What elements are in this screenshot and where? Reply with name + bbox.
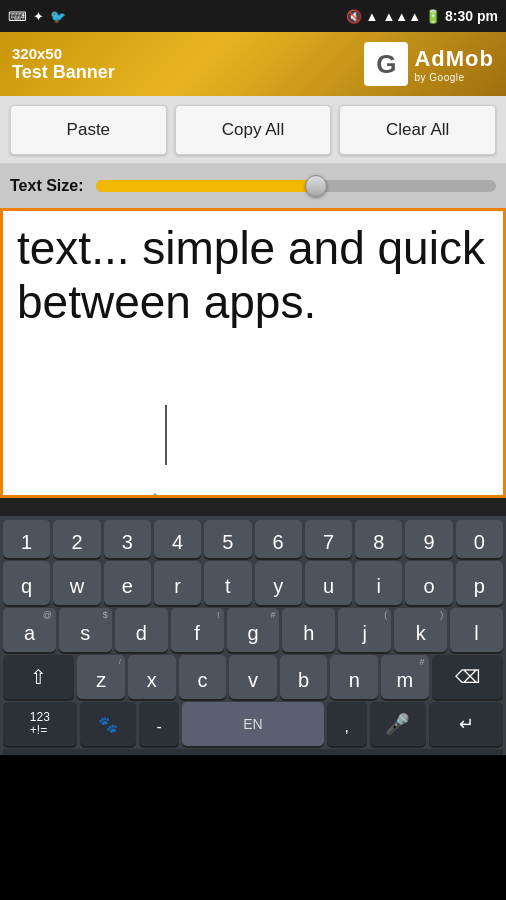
- battery-icon: 🔋: [425, 9, 441, 24]
- key-9[interactable]: 9: [405, 520, 452, 558]
- ad-banner[interactable]: 320x50 Test Banner G AdMob by Google: [0, 32, 506, 96]
- asdf-row: @ a $ s d ! f # g h ( j ) k l: [3, 608, 503, 652]
- shift-key[interactable]: ⇧: [3, 655, 74, 699]
- usb-icon: ✦: [33, 9, 44, 24]
- key-v[interactable]: v: [229, 655, 277, 699]
- twitter-icon: 🐦: [50, 9, 66, 24]
- key-f[interactable]: ! f: [171, 608, 224, 652]
- key-s[interactable]: $ s: [59, 608, 112, 652]
- key-6[interactable]: 6: [255, 520, 302, 558]
- key-r[interactable]: r: [154, 561, 201, 605]
- key-8[interactable]: 8: [355, 520, 402, 558]
- zxcv-row: ⇧ / z x c v b n # m ⌫: [3, 655, 503, 699]
- keyboard-icon: ⌨: [8, 9, 27, 24]
- key-m[interactable]: # m: [381, 655, 429, 699]
- space-key[interactable]: EN: [182, 702, 324, 746]
- ad-size: 320x50: [12, 45, 115, 62]
- copy-all-button[interactable]: Copy All: [175, 105, 332, 155]
- key-k[interactable]: ) k: [394, 608, 447, 652]
- text-cursor: [165, 405, 167, 465]
- key-x[interactable]: x: [128, 655, 176, 699]
- key-w[interactable]: w: [53, 561, 100, 605]
- status-icons-right: 🔇 ▲ ▲▲▲ 🔋 8:30 pm: [346, 8, 498, 24]
- key-4[interactable]: 4: [154, 520, 201, 558]
- key-g[interactable]: # g: [227, 608, 280, 652]
- key-3[interactable]: 3: [104, 520, 151, 558]
- ad-label: Test Banner: [12, 62, 115, 83]
- key-i[interactable]: i: [355, 561, 402, 605]
- key-d[interactable]: d: [115, 608, 168, 652]
- paw-key[interactable]: 🐾: [80, 702, 137, 746]
- slider-fill: [96, 180, 316, 192]
- admob-name: AdMob: [414, 46, 494, 72]
- text-content: text... simple and quick between apps.: [17, 221, 489, 330]
- qwerty-row: q w e r t y u i o p: [3, 561, 503, 605]
- paste-button[interactable]: Paste: [10, 105, 167, 155]
- key-o[interactable]: o: [405, 561, 452, 605]
- time-display: 8:30 pm: [445, 8, 498, 24]
- toolbar: Paste Copy All Clear All: [0, 96, 506, 164]
- separator: [0, 498, 506, 516]
- key-l[interactable]: l: [450, 608, 503, 652]
- cursor-diamond[interactable]: [144, 493, 166, 498]
- key-h[interactable]: h: [282, 608, 335, 652]
- key-7[interactable]: 7: [305, 520, 352, 558]
- number-row: 1 2 3 4 5 6 7 8 9 0: [3, 520, 503, 558]
- backspace-key[interactable]: ⌫: [432, 655, 503, 699]
- key-z[interactable]: / z: [77, 655, 125, 699]
- key-j[interactable]: ( j: [338, 608, 391, 652]
- key-t[interactable]: t: [204, 561, 251, 605]
- text-size-label: Text Size:: [10, 177, 84, 195]
- text-area[interactable]: text... simple and quick between apps.: [0, 208, 506, 498]
- key-0[interactable]: 0: [456, 520, 503, 558]
- mic-key[interactable]: 🎤: [370, 702, 427, 746]
- clear-all-button[interactable]: Clear All: [339, 105, 496, 155]
- keyboard: 1 2 3 4 5 6 7 8 9 0 q w e r t y u i o p …: [0, 516, 506, 755]
- dash-key[interactable]: -: [139, 702, 179, 746]
- admob-text: AdMob by Google: [414, 46, 494, 83]
- enter-key[interactable]: ↵: [429, 702, 503, 746]
- key-2[interactable]: 2: [53, 520, 100, 558]
- text-size-slider[interactable]: [96, 180, 497, 192]
- admob-byline: by Google: [414, 72, 464, 83]
- key-e[interactable]: e: [104, 561, 151, 605]
- comma-key[interactable]: ,: [327, 702, 367, 746]
- key-n[interactable]: n: [330, 655, 378, 699]
- status-bar: ⌨ ✦ 🐦 🔇 ▲ ▲▲▲ 🔋 8:30 pm: [0, 0, 506, 32]
- signal-icon: ▲▲▲: [382, 9, 421, 24]
- text-size-row: Text Size:: [0, 164, 506, 208]
- key-q[interactable]: q: [3, 561, 50, 605]
- admob-logo: G AdMob by Google: [364, 42, 494, 86]
- mute-icon: 🔇: [346, 9, 362, 24]
- key-a[interactable]: @ a: [3, 608, 56, 652]
- symbols-key[interactable]: 123+!=: [3, 702, 77, 746]
- status-icons-left: ⌨ ✦ 🐦: [8, 9, 66, 24]
- key-5[interactable]: 5: [204, 520, 251, 558]
- wifi-icon: ▲: [366, 9, 379, 24]
- key-p[interactable]: p: [456, 561, 503, 605]
- bottom-row: 123+!= 🐾 - EN , 🎤 ↵: [3, 702, 503, 746]
- key-y[interactable]: y: [255, 561, 302, 605]
- admob-g-icon: G: [364, 42, 408, 86]
- keyboard-bottom: [3, 749, 503, 755]
- key-b[interactable]: b: [280, 655, 328, 699]
- slider-thumb[interactable]: [305, 175, 327, 197]
- key-1[interactable]: 1: [3, 520, 50, 558]
- key-c[interactable]: c: [179, 655, 227, 699]
- ad-text: 320x50 Test Banner: [12, 45, 115, 83]
- key-u[interactable]: u: [305, 561, 352, 605]
